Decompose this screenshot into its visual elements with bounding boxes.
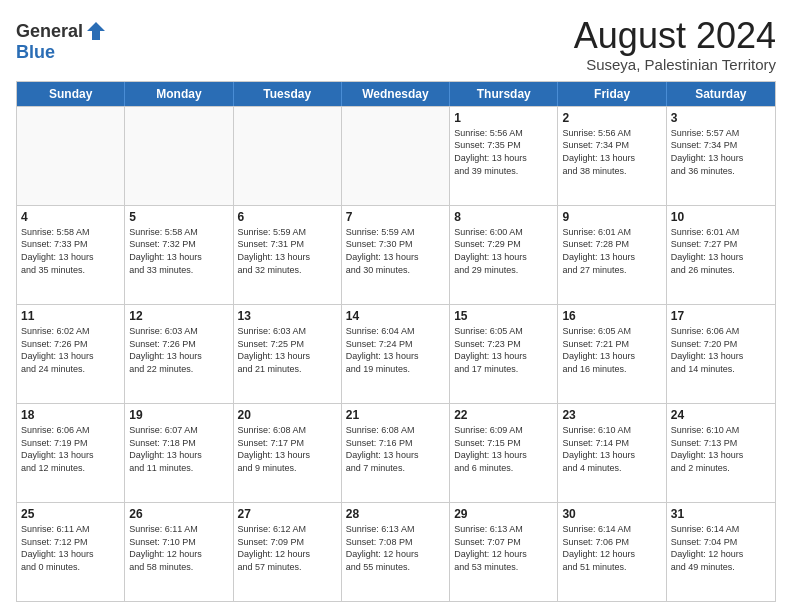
- calendar-cell: 22Sunrise: 6:09 AM Sunset: 7:15 PM Dayli…: [450, 404, 558, 502]
- calendar-cell: 25Sunrise: 6:11 AM Sunset: 7:12 PM Dayli…: [17, 503, 125, 601]
- day-info: Sunrise: 6:01 AM Sunset: 7:27 PM Dayligh…: [671, 226, 771, 276]
- day-info: Sunrise: 5:56 AM Sunset: 7:34 PM Dayligh…: [562, 127, 661, 177]
- calendar-cell: [17, 107, 125, 205]
- day-number: 10: [671, 209, 771, 225]
- calendar-cell: 3Sunrise: 5:57 AM Sunset: 7:34 PM Daylig…: [667, 107, 775, 205]
- calendar-cell: 24Sunrise: 6:10 AM Sunset: 7:13 PM Dayli…: [667, 404, 775, 502]
- day-info: Sunrise: 6:13 AM Sunset: 7:07 PM Dayligh…: [454, 523, 553, 573]
- calendar-cell: 26Sunrise: 6:11 AM Sunset: 7:10 PM Dayli…: [125, 503, 233, 601]
- day-number: 14: [346, 308, 445, 324]
- day-info: Sunrise: 6:03 AM Sunset: 7:26 PM Dayligh…: [129, 325, 228, 375]
- day-number: 8: [454, 209, 553, 225]
- page: General Blue August 2024 Suseya, Palesti…: [0, 0, 792, 612]
- calendar-cell: 13Sunrise: 6:03 AM Sunset: 7:25 PM Dayli…: [234, 305, 342, 403]
- calendar-cell: 30Sunrise: 6:14 AM Sunset: 7:06 PM Dayli…: [558, 503, 666, 601]
- calendar-cell: 10Sunrise: 6:01 AM Sunset: 7:27 PM Dayli…: [667, 206, 775, 304]
- day-info: Sunrise: 6:02 AM Sunset: 7:26 PM Dayligh…: [21, 325, 120, 375]
- day-number: 23: [562, 407, 661, 423]
- day-number: 30: [562, 506, 661, 522]
- calendar-header-cell: Sunday: [17, 82, 125, 106]
- calendar-cell: 27Sunrise: 6:12 AM Sunset: 7:09 PM Dayli…: [234, 503, 342, 601]
- calendar-cell: 21Sunrise: 6:08 AM Sunset: 7:16 PM Dayli…: [342, 404, 450, 502]
- day-number: 17: [671, 308, 771, 324]
- calendar-cell: 6Sunrise: 5:59 AM Sunset: 7:31 PM Daylig…: [234, 206, 342, 304]
- day-number: 26: [129, 506, 228, 522]
- calendar-cell: 4Sunrise: 5:58 AM Sunset: 7:33 PM Daylig…: [17, 206, 125, 304]
- calendar-cell: 20Sunrise: 6:08 AM Sunset: 7:17 PM Dayli…: [234, 404, 342, 502]
- calendar-cell: 11Sunrise: 6:02 AM Sunset: 7:26 PM Dayli…: [17, 305, 125, 403]
- day-number: 9: [562, 209, 661, 225]
- calendar-week: 18Sunrise: 6:06 AM Sunset: 7:19 PM Dayli…: [17, 403, 775, 502]
- calendar-header-cell: Friday: [558, 82, 666, 106]
- calendar-cell: 15Sunrise: 6:05 AM Sunset: 7:23 PM Dayli…: [450, 305, 558, 403]
- day-number: 1: [454, 110, 553, 126]
- day-number: 12: [129, 308, 228, 324]
- calendar-header-cell: Tuesday: [234, 82, 342, 106]
- calendar-header-cell: Saturday: [667, 82, 775, 106]
- calendar-cell: [342, 107, 450, 205]
- day-number: 7: [346, 209, 445, 225]
- day-info: Sunrise: 5:58 AM Sunset: 7:32 PM Dayligh…: [129, 226, 228, 276]
- calendar-cell: 7Sunrise: 5:59 AM Sunset: 7:30 PM Daylig…: [342, 206, 450, 304]
- calendar-cell: 18Sunrise: 6:06 AM Sunset: 7:19 PM Dayli…: [17, 404, 125, 502]
- logo-blue-text: Blue: [16, 42, 55, 62]
- day-info: Sunrise: 6:10 AM Sunset: 7:14 PM Dayligh…: [562, 424, 661, 474]
- calendar-header: SundayMondayTuesdayWednesdayThursdayFrid…: [17, 82, 775, 106]
- logo-general-text: General: [16, 21, 83, 42]
- day-number: 16: [562, 308, 661, 324]
- calendar-header-cell: Thursday: [450, 82, 558, 106]
- day-info: Sunrise: 6:11 AM Sunset: 7:12 PM Dayligh…: [21, 523, 120, 573]
- calendar-week: 4Sunrise: 5:58 AM Sunset: 7:33 PM Daylig…: [17, 205, 775, 304]
- day-info: Sunrise: 5:56 AM Sunset: 7:35 PM Dayligh…: [454, 127, 553, 177]
- calendar-cell: 8Sunrise: 6:00 AM Sunset: 7:29 PM Daylig…: [450, 206, 558, 304]
- calendar-cell: 12Sunrise: 6:03 AM Sunset: 7:26 PM Dayli…: [125, 305, 233, 403]
- day-number: 4: [21, 209, 120, 225]
- main-title: August 2024: [574, 16, 776, 56]
- day-number: 29: [454, 506, 553, 522]
- logo-icon: [85, 20, 107, 42]
- day-info: Sunrise: 6:01 AM Sunset: 7:28 PM Dayligh…: [562, 226, 661, 276]
- calendar-cell: 23Sunrise: 6:10 AM Sunset: 7:14 PM Dayli…: [558, 404, 666, 502]
- day-info: Sunrise: 6:05 AM Sunset: 7:23 PM Dayligh…: [454, 325, 553, 375]
- day-info: Sunrise: 6:08 AM Sunset: 7:17 PM Dayligh…: [238, 424, 337, 474]
- logo: General Blue: [16, 20, 107, 63]
- day-info: Sunrise: 6:12 AM Sunset: 7:09 PM Dayligh…: [238, 523, 337, 573]
- day-number: 22: [454, 407, 553, 423]
- day-info: Sunrise: 6:06 AM Sunset: 7:19 PM Dayligh…: [21, 424, 120, 474]
- calendar-cell: 28Sunrise: 6:13 AM Sunset: 7:08 PM Dayli…: [342, 503, 450, 601]
- calendar: SundayMondayTuesdayWednesdayThursdayFrid…: [16, 81, 776, 602]
- calendar-week: 25Sunrise: 6:11 AM Sunset: 7:12 PM Dayli…: [17, 502, 775, 601]
- calendar-header-cell: Wednesday: [342, 82, 450, 106]
- calendar-cell: [125, 107, 233, 205]
- calendar-cell: 14Sunrise: 6:04 AM Sunset: 7:24 PM Dayli…: [342, 305, 450, 403]
- day-info: Sunrise: 5:57 AM Sunset: 7:34 PM Dayligh…: [671, 127, 771, 177]
- day-number: 5: [129, 209, 228, 225]
- day-number: 3: [671, 110, 771, 126]
- day-info: Sunrise: 6:04 AM Sunset: 7:24 PM Dayligh…: [346, 325, 445, 375]
- day-number: 6: [238, 209, 337, 225]
- day-info: Sunrise: 5:59 AM Sunset: 7:30 PM Dayligh…: [346, 226, 445, 276]
- day-number: 21: [346, 407, 445, 423]
- day-number: 20: [238, 407, 337, 423]
- day-info: Sunrise: 6:14 AM Sunset: 7:06 PM Dayligh…: [562, 523, 661, 573]
- day-info: Sunrise: 5:59 AM Sunset: 7:31 PM Dayligh…: [238, 226, 337, 276]
- calendar-cell: 9Sunrise: 6:01 AM Sunset: 7:28 PM Daylig…: [558, 206, 666, 304]
- calendar-header-cell: Monday: [125, 82, 233, 106]
- day-info: Sunrise: 6:06 AM Sunset: 7:20 PM Dayligh…: [671, 325, 771, 375]
- calendar-cell: 17Sunrise: 6:06 AM Sunset: 7:20 PM Dayli…: [667, 305, 775, 403]
- day-number: 31: [671, 506, 771, 522]
- calendar-cell: 5Sunrise: 5:58 AM Sunset: 7:32 PM Daylig…: [125, 206, 233, 304]
- calendar-week: 1Sunrise: 5:56 AM Sunset: 7:35 PM Daylig…: [17, 106, 775, 205]
- calendar-cell: 2Sunrise: 5:56 AM Sunset: 7:34 PM Daylig…: [558, 107, 666, 205]
- day-number: 27: [238, 506, 337, 522]
- day-number: 28: [346, 506, 445, 522]
- day-info: Sunrise: 6:09 AM Sunset: 7:15 PM Dayligh…: [454, 424, 553, 474]
- title-block: August 2024 Suseya, Palestinian Territor…: [574, 16, 776, 73]
- subtitle: Suseya, Palestinian Territory: [574, 56, 776, 73]
- day-info: Sunrise: 6:03 AM Sunset: 7:25 PM Dayligh…: [238, 325, 337, 375]
- day-info: Sunrise: 6:11 AM Sunset: 7:10 PM Dayligh…: [129, 523, 228, 573]
- day-number: 11: [21, 308, 120, 324]
- header: General Blue August 2024 Suseya, Palesti…: [16, 16, 776, 73]
- day-info: Sunrise: 6:10 AM Sunset: 7:13 PM Dayligh…: [671, 424, 771, 474]
- day-info: Sunrise: 5:58 AM Sunset: 7:33 PM Dayligh…: [21, 226, 120, 276]
